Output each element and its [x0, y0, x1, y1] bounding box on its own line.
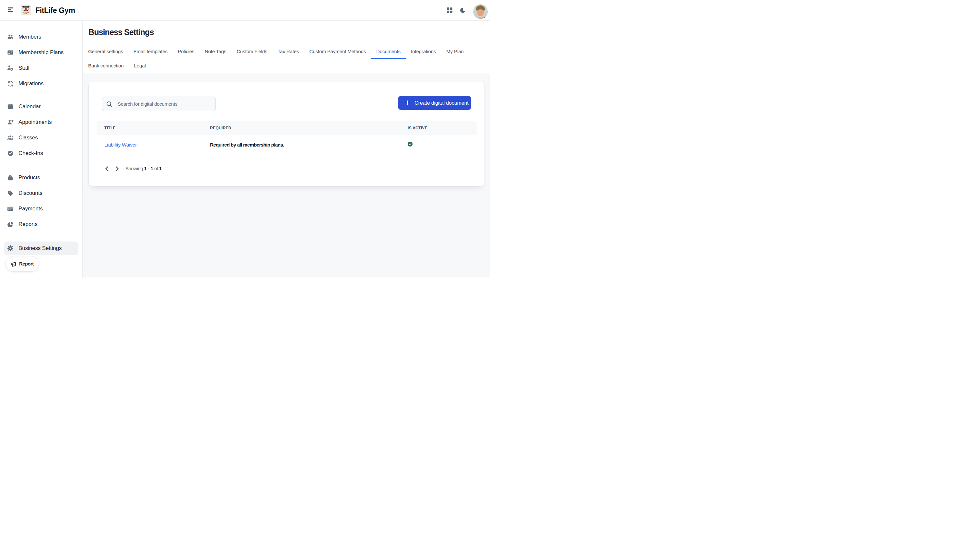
svg-text:GYM: GYM: [24, 13, 27, 14]
svg-text:FITLIFE: FITLIFE: [23, 11, 29, 13]
